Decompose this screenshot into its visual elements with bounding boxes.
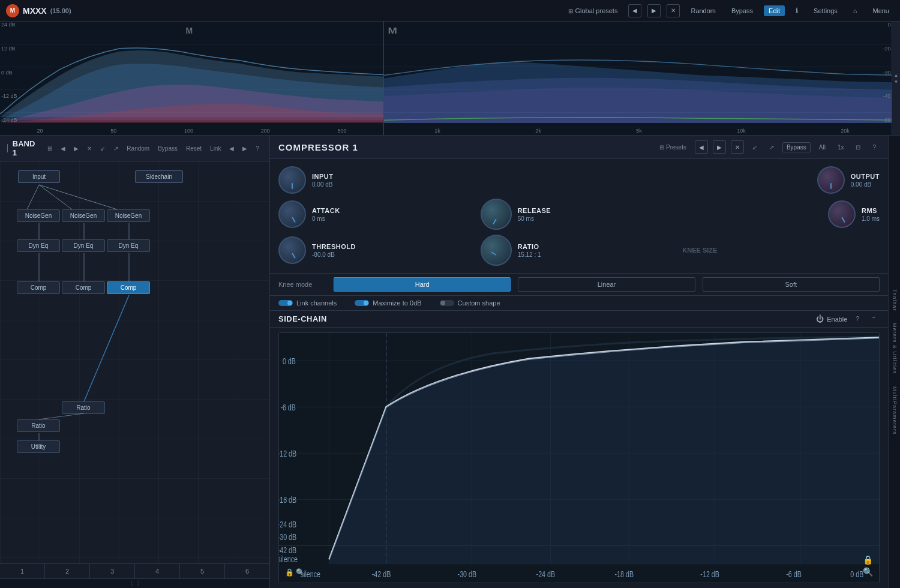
- col-1: 1: [0, 564, 45, 578]
- close-nav-button[interactable]: ✕: [667, 4, 680, 17]
- dyneq2-node[interactable]: Dyn Eq: [62, 239, 105, 252]
- comp-prev-button[interactable]: ◀: [695, 140, 708, 154]
- enable-toggle[interactable]: ⏻ Enable: [816, 314, 847, 323]
- noisegen2-node[interactable]: NoiseGen: [62, 209, 105, 222]
- random-button[interactable]: Random: [686, 5, 721, 16]
- release-knob[interactable]: [481, 199, 512, 230]
- prev-band-button[interactable]: ◀: [58, 144, 68, 153]
- utility-node[interactable]: Utility: [17, 440, 60, 453]
- svg-text:silence: silence: [279, 555, 298, 565]
- threshold-knob-value: -80.0 dB: [312, 251, 356, 258]
- rms-knob-group: RMS 1.0 ms: [682, 199, 880, 230]
- comp-export-button[interactable]: ↗: [766, 143, 778, 152]
- comp-bypass-button[interactable]: Bypass: [782, 142, 811, 152]
- dyneq3-node[interactable]: Dyn Eq: [107, 239, 150, 252]
- comp2-node[interactable]: Comp: [62, 281, 105, 294]
- import-button[interactable]: ↙: [97, 144, 108, 153]
- attack-knob[interactable]: [278, 200, 306, 228]
- comp-expand-button[interactable]: ⊡: [852, 143, 864, 152]
- svg-text:-24 dB: -24 dB: [279, 520, 296, 529]
- knee-linear-button[interactable]: Linear: [518, 277, 695, 292]
- zoom-icon[interactable]: 🔍: [863, 567, 873, 577]
- band-reset-button[interactable]: Reset: [183, 144, 205, 153]
- maximize-toggle[interactable]: Maximize to 0dB: [355, 299, 421, 307]
- comp-import-button[interactable]: ↙: [749, 143, 761, 152]
- comp-help-button[interactable]: ?: [869, 143, 880, 152]
- ratio2-node[interactable]: Ratio: [17, 419, 60, 432]
- svg-text:-12 dB: -12 dB: [279, 449, 296, 459]
- rms-knob[interactable]: [828, 200, 856, 228]
- band-link-button[interactable]: Link: [207, 144, 224, 153]
- band-bypass-button[interactable]: Bypass: [155, 144, 181, 153]
- input-knob-group: INPUT 0.00 dB: [278, 166, 476, 194]
- home-button[interactable]: ⌂: [848, 5, 862, 16]
- menu-button[interactable]: Menu: [868, 5, 894, 16]
- custom-shape-toggle[interactable]: Custom shape: [440, 299, 500, 307]
- prev-arrow-button[interactable]: ◀: [628, 4, 641, 17]
- lock-icon[interactable]: 🔒: [863, 555, 873, 565]
- col-2: 2: [45, 564, 90, 578]
- band-color-dot: [7, 144, 8, 152]
- custom-shape-dot: [440, 300, 454, 306]
- output-knob-value: 0.00 dB: [851, 181, 880, 188]
- sidechain-header: SIDE-CHAIN ⏻ Enable ? ⌃: [270, 311, 888, 328]
- bottom-lock-icon[interactable]: 🔒: [285, 568, 294, 577]
- output-knob-group: OUTPUT 0.00 dB: [682, 166, 880, 194]
- threshold-knob-label: THRESHOLD: [312, 243, 356, 250]
- input-node[interactable]: Input: [18, 170, 60, 183]
- release-knob-value: 50 ms: [518, 215, 551, 222]
- bottom-zoom-icon[interactable]: 🔍: [296, 568, 305, 577]
- svg-text:M: M: [388, 26, 397, 35]
- bypass-button[interactable]: Bypass: [727, 5, 758, 16]
- sidechain-node[interactable]: Sidechain: [135, 170, 183, 183]
- band-prev-arrow[interactable]: ◀: [226, 144, 237, 153]
- svg-text:-42 dB: -42 dB: [372, 569, 391, 579]
- presets-button[interactable]: ⊞ Presets: [656, 143, 690, 152]
- global-presets-button[interactable]: ⊞ Global presets: [563, 5, 622, 16]
- sidechain-help-button[interactable]: ?: [852, 314, 863, 323]
- band-next-arrow[interactable]: ▶: [239, 144, 250, 153]
- main-area: BAND 1 ⊞ ◀ ▶ ✕ ↙ ↗ Random Bypass Reset L…: [0, 136, 900, 588]
- settings-button[interactable]: Settings: [809, 5, 842, 16]
- knee-hard-button[interactable]: Hard: [334, 277, 511, 292]
- comp1-node[interactable]: Comp: [17, 281, 60, 294]
- output-knob-label: OUTPUT: [851, 173, 880, 180]
- routing-grid: Input Sidechain NoiseGen NoiseGen NoiseG…: [0, 161, 269, 563]
- comp-close-button[interactable]: ✕: [731, 140, 744, 154]
- link-channels-dot: [278, 300, 293, 306]
- ratio-knob-label: RATIO: [518, 243, 541, 250]
- comp-all-button[interactable]: All: [815, 143, 829, 152]
- comp-next-button[interactable]: ▶: [713, 140, 726, 154]
- band-help-button[interactable]: ?: [253, 144, 262, 153]
- svg-text:0 dB: 0 dB: [850, 569, 863, 579]
- right-panel: COMPRESSOR 1 ⊞ Presets ◀ ▶ ✕ ↙ ↗ Bypass …: [270, 136, 888, 588]
- comp3-node[interactable]: Comp: [107, 281, 150, 294]
- spectrum-db-labels-left: 24 dB12 dB0 dB-12 dB-24 dB: [1, 22, 17, 123]
- toolbar-label: Toolbar: [892, 289, 898, 311]
- sidechain-title: SIDE-CHAIN: [278, 314, 327, 323]
- comp-multiplier-button[interactable]: 1x: [834, 143, 848, 152]
- next-arrow-button[interactable]: ▶: [647, 4, 661, 17]
- edit-button[interactable]: Edit: [764, 5, 785, 16]
- output-knob[interactable]: [817, 166, 845, 194]
- svg-text:M: M: [186, 26, 193, 35]
- link-channels-toggle[interactable]: Link channels: [278, 299, 337, 307]
- threshold-knob[interactable]: [278, 236, 306, 264]
- dyneq1-node[interactable]: Dyn Eq: [17, 239, 60, 252]
- next-band-button[interactable]: ▶: [71, 144, 82, 153]
- input-knob[interactable]: [278, 166, 306, 194]
- input-knob-label: INPUT: [312, 173, 334, 180]
- knee-soft-button[interactable]: Soft: [703, 277, 880, 292]
- grid-view-button[interactable]: ⊞: [44, 144, 55, 153]
- spectrum-scrollbar[interactable]: ▲ ▼: [892, 22, 900, 135]
- band-random-button[interactable]: Random: [124, 144, 152, 153]
- ratio1-node[interactable]: Ratio: [62, 401, 105, 414]
- routing-scrollbar[interactable]: 〈 〉: [0, 578, 269, 588]
- info-button[interactable]: ℹ: [791, 5, 803, 16]
- export-button[interactable]: ↗: [110, 144, 121, 153]
- sidechain-expand-button[interactable]: ⌃: [868, 314, 880, 323]
- noisegen3-node[interactable]: NoiseGen: [107, 209, 150, 222]
- close-band-button[interactable]: ✕: [84, 144, 95, 153]
- ratio-knob[interactable]: [481, 235, 512, 266]
- noisegen1-node[interactable]: NoiseGen: [17, 209, 60, 222]
